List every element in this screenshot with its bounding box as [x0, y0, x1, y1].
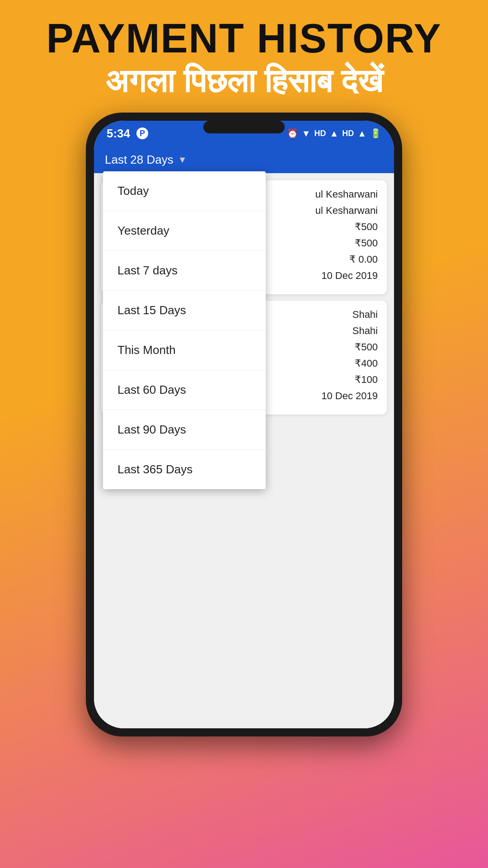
filter-dropdown-trigger[interactable]: Last 28 Days ▼ — [105, 153, 187, 167]
member-name-value-2: Shahi — [352, 309, 378, 321]
fees-value-2: ₹500 — [355, 341, 378, 353]
dropdown-item-last15[interactable]: Last 15 Days — [103, 291, 266, 330]
dropdown-menu: Today Yesterday Last 7 days Last 15 Days… — [103, 171, 266, 489]
phone-notch — [203, 121, 285, 133]
dropdown-item-last7[interactable]: Last 7 days — [103, 251, 266, 291]
hd-label-1: HD — [314, 129, 326, 138]
header-section: PAYMENT HISTORY अगला पिछला हिसाब देखें — [0, 0, 488, 108]
app-bar: Last 28 Days ▼ Today Yesterday Last 7 da… — [94, 146, 394, 173]
dropdown-item-thismonth[interactable]: This Month — [103, 330, 266, 370]
battery-icon: 🔋 — [370, 128, 381, 139]
unpaid-value-1: ₹ 0.00 — [349, 254, 378, 265]
mobile-no-value-1: ul Kesharwani — [315, 205, 378, 217]
dropdown-item-today[interactable]: Today — [103, 171, 266, 211]
dropdown-item-last90[interactable]: Last 90 Days — [103, 410, 266, 450]
signal-icon: ▲ — [329, 128, 338, 139]
paid-value-2: ₹400 — [355, 358, 378, 369]
paid-value-1: ₹500 — [355, 237, 378, 249]
member-name-value-1: ul Kesharwani — [315, 189, 378, 200]
status-time: 5:34 — [107, 127, 130, 141]
alarm-icon: ⏰ — [287, 128, 298, 139]
p-icon: P — [136, 127, 148, 139]
wifi-icon: ▼ — [302, 128, 311, 139]
chevron-down-icon: ▼ — [178, 155, 187, 165]
unpaid-value-2: ₹100 — [355, 374, 378, 386]
purchase-value-2: 10 Dec 2019 — [321, 390, 378, 402]
phone-screen: 5:34 P ⏰ ▼ HD ▲ HD ▲ 🔋 Last 28 Days ▼ To… — [94, 121, 394, 728]
phone-frame: 5:34 P ⏰ ▼ HD ▲ HD ▲ 🔋 Last 28 Days ▼ To… — [86, 113, 402, 736]
page-title: PAYMENT HISTORY — [14, 18, 474, 59]
mobile-no-value-2: Shahi — [352, 325, 378, 337]
dropdown-item-last60[interactable]: Last 60 Days — [103, 370, 266, 410]
purchase-value-1: 10 Dec 2019 — [321, 270, 378, 282]
dropdown-item-yesterday[interactable]: Yesterday — [103, 211, 266, 251]
signal2-icon: ▲ — [357, 128, 366, 139]
fees-value-1: ₹500 — [355, 221, 378, 233]
hd-label-2: HD — [342, 129, 354, 138]
dropdown-item-last365[interactable]: Last 365 Days — [103, 450, 266, 489]
page-subtitle: अगला पिछला हिसाब देखें — [14, 63, 474, 99]
status-icons: ⏰ ▼ HD ▲ HD ▲ 🔋 — [287, 128, 381, 139]
filter-label: Last 28 Days — [105, 153, 174, 167]
